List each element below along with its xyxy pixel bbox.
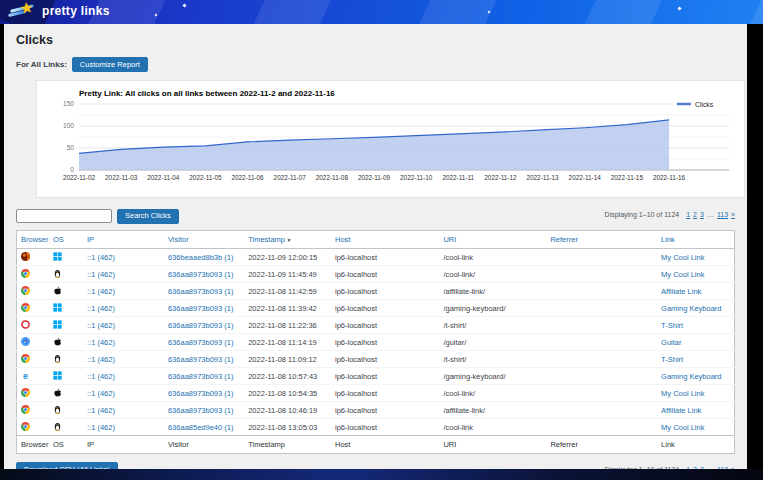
visitor-link[interactable]: 636aa8973b093 (1): [168, 355, 233, 364]
pretty-link[interactable]: Guitar: [661, 338, 681, 347]
download-csv-button[interactable]: Download CSV (All Links): [16, 462, 118, 469]
browser-cell: [17, 249, 50, 266]
pretty-link[interactable]: T-Shirt: [661, 355, 683, 364]
ip-link[interactable]: ::1 (462): [87, 304, 115, 313]
referrer-cell: [546, 351, 657, 368]
column-header-uri: URI: [439, 436, 546, 454]
os-cell: [49, 385, 83, 402]
visitor-link[interactable]: 636aa8973b093 (1): [168, 372, 233, 381]
windows-os-icon: [53, 320, 62, 329]
pretty-link[interactable]: My Cool Link: [661, 423, 704, 432]
firefox-browser-icon: [21, 252, 30, 261]
chrome-browser-icon: [21, 388, 30, 397]
pretty-link[interactable]: My Cool Link: [661, 270, 704, 279]
sort-desc-icon: ▼: [285, 237, 291, 243]
linux-os-icon: [53, 354, 62, 363]
column-header-visitor[interactable]: Visitor: [164, 231, 244, 249]
column-header-timestamp[interactable]: Timestamp ▼: [244, 231, 331, 249]
link-cell: Gaming Keyboard: [657, 368, 734, 385]
host-cell: ip6-localhost: [331, 317, 439, 334]
page-title: Clicks: [16, 33, 739, 47]
visitor-link[interactable]: 636aa8973b093 (1): [168, 287, 233, 296]
column-header-os: OS: [49, 436, 83, 454]
column-header-host[interactable]: Host: [331, 231, 439, 249]
column-header-ip[interactable]: IP: [83, 231, 164, 249]
pagination-link-»[interactable]: »: [731, 211, 735, 218]
ip-link[interactable]: ::1 (462): [87, 423, 115, 432]
column-header-uri[interactable]: URI: [439, 231, 546, 249]
svg-text:2022-11-05: 2022-11-05: [189, 174, 222, 181]
visitor-link[interactable]: 636aa8973b093 (1): [168, 338, 233, 347]
browser-cell: e: [17, 368, 50, 385]
pretty-link[interactable]: Affiliate Link: [661, 287, 701, 296]
browser-cell: [17, 317, 50, 334]
visitor-link[interactable]: 636aa8973b093 (1): [168, 304, 233, 313]
column-header-browser: Browser: [17, 436, 50, 454]
pretty-link[interactable]: My Cool Link: [661, 253, 704, 262]
visitor-cell: 636aa8973b093 (1): [164, 368, 244, 385]
link-cell: T-Shirt: [657, 317, 734, 334]
browser-cell: [17, 385, 50, 402]
ip-link[interactable]: ::1 (462): [87, 270, 115, 279]
svg-text:150: 150: [63, 100, 74, 107]
pretty-link[interactable]: Gaming Keyboard: [661, 304, 721, 313]
visitor-cell: 636beaaed8b3b (1): [164, 249, 244, 266]
svg-text:2022-11-11: 2022-11-11: [442, 174, 474, 181]
visitor-link[interactable]: 636aa8973b093 (1): [168, 406, 233, 415]
ip-link[interactable]: ::1 (462): [87, 321, 115, 330]
referrer-cell: [546, 368, 657, 385]
pretty-link[interactable]: Gaming Keyboard: [661, 372, 721, 381]
table-row: ::1 (462)636aa8973b093 (1)2022-11-09 11:…: [17, 266, 735, 283]
svg-text:50: 50: [67, 144, 75, 151]
clicks-table: BrowserOSIPVisitorTimestamp ▼HostURIRefe…: [16, 230, 735, 454]
svg-text:Clicks: Clicks: [695, 101, 714, 108]
uri-cell: /gaming-keyboard/: [439, 300, 546, 317]
ip-link[interactable]: ::1 (462): [87, 287, 115, 296]
column-header-browser[interactable]: Browser: [17, 231, 50, 249]
pagination-link-113[interactable]: 113: [717, 211, 728, 218]
visitor-link[interactable]: 636beaaed8b3b (1): [168, 253, 233, 262]
column-header-link[interactable]: Link: [657, 231, 734, 249]
pretty-link[interactable]: My Cool Link: [661, 389, 704, 398]
chrome-browser-icon: [21, 422, 30, 431]
visitor-link[interactable]: 636aa8973b093 (1): [168, 389, 233, 398]
uri-cell: /cool-link/: [439, 385, 546, 402]
pagination-link-1[interactable]: 1: [686, 211, 690, 218]
pretty-link[interactable]: T-Shirt: [661, 321, 683, 330]
column-header-referrer[interactable]: Referrer: [546, 231, 657, 249]
pagination-link-3[interactable]: 3: [700, 211, 704, 218]
browser-cell: [17, 334, 50, 351]
banner-stripes: [0, 0, 763, 24]
ip-link[interactable]: ::1 (462): [87, 372, 115, 381]
ip-link[interactable]: ::1 (462): [87, 389, 115, 398]
column-header-visitor: Visitor: [164, 436, 244, 454]
host-cell: ip6-localhost: [331, 266, 439, 283]
ip-cell: ::1 (462): [83, 334, 164, 351]
visitor-link[interactable]: 636aa85ed9e40 (1): [168, 423, 233, 432]
pagination-link-2[interactable]: 2: [693, 211, 697, 218]
ip-link[interactable]: ::1 (462): [87, 253, 115, 262]
column-header-link: Link: [657, 436, 734, 454]
timestamp-cell: 2022-11-08 11:22:36: [244, 317, 331, 334]
uri-cell: /cool-link: [439, 249, 546, 266]
customize-report-button[interactable]: Customize Report: [72, 57, 148, 72]
column-header-os[interactable]: OS: [49, 231, 83, 249]
ip-link[interactable]: ::1 (462): [87, 355, 115, 364]
search-input[interactable]: [16, 209, 112, 223]
visitor-link[interactable]: 636aa8973b093 (1): [168, 321, 233, 330]
chrome-browser-icon: [21, 405, 30, 414]
svg-text:2022-11-14: 2022-11-14: [569, 174, 602, 181]
visitor-cell: 636aa8973b093 (1): [164, 385, 244, 402]
search-clicks-button[interactable]: Search Clicks: [117, 209, 179, 224]
ip-link[interactable]: ::1 (462): [87, 338, 115, 347]
visitor-link[interactable]: 636aa8973b093 (1): [168, 270, 233, 279]
opera-browser-icon: [21, 320, 30, 329]
svg-text:2022-11-07: 2022-11-07: [274, 174, 307, 181]
link-cell: T-Shirt: [657, 351, 734, 368]
browser-cell: [17, 266, 50, 283]
ip-cell: ::1 (462): [83, 300, 164, 317]
os-cell: [49, 300, 83, 317]
ip-link[interactable]: ::1 (462): [87, 406, 115, 415]
table-row: ::1 (462)636aa8973b093 (1)2022-11-08 11:…: [17, 317, 735, 334]
pretty-link[interactable]: Affiliate Link: [661, 406, 701, 415]
